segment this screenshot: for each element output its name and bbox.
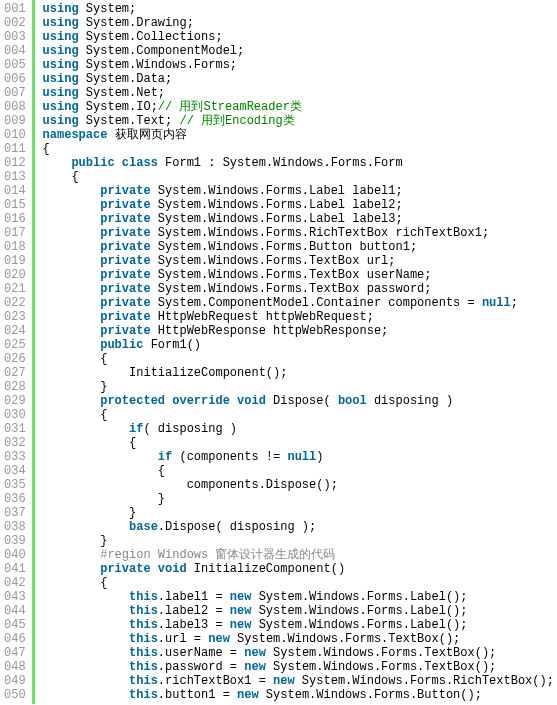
code-line: private System.Windows.Forms.Label label… [43,184,557,198]
line-number: 014 [4,184,26,198]
token-kw: private [100,212,150,226]
token-kw: this [129,590,158,604]
code-line: private System.Windows.Forms.TextBox url… [43,254,557,268]
token-kw: if [158,450,172,464]
token-pl [43,450,158,464]
line-number: 029 [4,394,26,408]
line-number: 037 [4,506,26,520]
line-number: 012 [4,156,26,170]
token-pl [43,156,72,170]
line-number: 007 [4,86,26,100]
token-pl [43,688,129,702]
token-kw: using [43,44,79,58]
token-kw: new [230,604,252,618]
token-kw: namespace [43,128,108,142]
code-line: this.url = new System.Windows.Forms.Text… [43,632,557,646]
token-pl: System.Windows.Forms.TextBox url; [151,254,396,268]
line-number: 038 [4,520,26,534]
code-line: using System.Collections; [43,30,557,44]
token-kw: bool [338,394,367,408]
token-pl: components.Dispose(); [43,478,338,492]
token-pl: ) [316,450,323,464]
token-pl: { [43,436,137,450]
code-line: using System.ComponentModel; [43,44,557,58]
token-pl: .label1 = [158,590,230,604]
line-number-gutter: 0010020030040050060070080090100110120130… [0,0,35,704]
code-line: public Form1() [43,338,557,352]
code-line: { [43,464,557,478]
token-kw: null [482,296,511,310]
code-line: private System.Windows.Forms.Label label… [43,212,557,226]
code-line: this.userName = new System.Windows.Forms… [43,646,557,660]
token-pl: .button1 = [158,688,237,702]
token-pl [43,254,101,268]
token-kw: using [43,58,79,72]
line-number: 015 [4,198,26,212]
token-pl: } [43,534,108,548]
code-line: } [43,492,557,506]
token-kw: using [43,72,79,86]
token-kw: base [129,520,158,534]
token-kw: this [129,632,158,646]
token-pl: System.Windows.Forms.TextBox password; [151,282,432,296]
line-number: 022 [4,296,26,310]
token-kw: if [129,422,143,436]
token-kw: void [158,562,187,576]
token-pl: System.ComponentModel; [79,44,245,58]
token-pl [43,520,129,534]
token-kw: new [244,646,266,660]
line-number: 040 [4,548,26,562]
code-line: { [43,142,557,156]
code-line: } [43,506,557,520]
token-pl: System.Net; [79,86,165,100]
token-pl: 获取网页内容 [107,128,186,142]
code-line: base.Dispose( disposing ); [43,520,557,534]
token-pl [43,198,101,212]
token-kw: private [100,324,150,338]
token-pl: } [43,380,108,394]
line-number: 049 [4,674,26,688]
line-number: 046 [4,632,26,646]
token-pl: System.Windows.Forms.RichTextBox(); [295,674,554,688]
code-line: private System.Windows.Forms.TextBox pas… [43,282,557,296]
token-pl [43,282,101,296]
token-pl: System.Windows.Forms.Label label3; [151,212,403,226]
line-number: 026 [4,352,26,366]
token-kw: using [43,2,79,16]
code-line: public class Form1 : System.Windows.Form… [43,156,557,170]
token-pl [230,394,237,408]
token-pl: System.Windows.Forms; [79,58,237,72]
token-pl: { [43,352,108,366]
code-line: } [43,534,557,548]
token-pl: System.Windows.Forms.TextBox(); [266,646,496,660]
line-number: 020 [4,268,26,282]
token-pl: System.Windows.Forms.Button(); [259,688,482,702]
token-pl: System.IO; [79,100,158,114]
line-number: 043 [4,590,26,604]
line-number: 021 [4,282,26,296]
code-line: if( disposing ) [43,422,557,436]
token-pl [43,394,101,408]
token-pl: System.Windows.Forms.Label(); [251,590,467,604]
code-line: namespace 获取网页内容 [43,128,557,142]
line-number: 008 [4,100,26,114]
code-line: private void InitializeComponent() [43,562,557,576]
line-number: 016 [4,212,26,226]
line-number: 042 [4,576,26,590]
line-number: 048 [4,660,26,674]
token-pl [43,226,101,240]
token-pl: { [43,408,108,422]
token-pl [43,422,129,436]
token-pl [115,156,122,170]
line-number: 019 [4,254,26,268]
token-pl: System.Data; [79,72,173,86]
code-line: this.label3 = new System.Windows.Forms.L… [43,618,557,632]
code-area[interactable]: using System;using System.Drawing;using … [35,0,557,704]
token-pl: Dispose( [266,394,338,408]
token-pl: InitializeComponent(); [43,366,288,380]
line-number: 027 [4,366,26,380]
token-pl: System.Windows.Forms.Label label1; [151,184,403,198]
line-number: 041 [4,562,26,576]
token-kw: private [100,184,150,198]
token-kw: private [100,562,150,576]
